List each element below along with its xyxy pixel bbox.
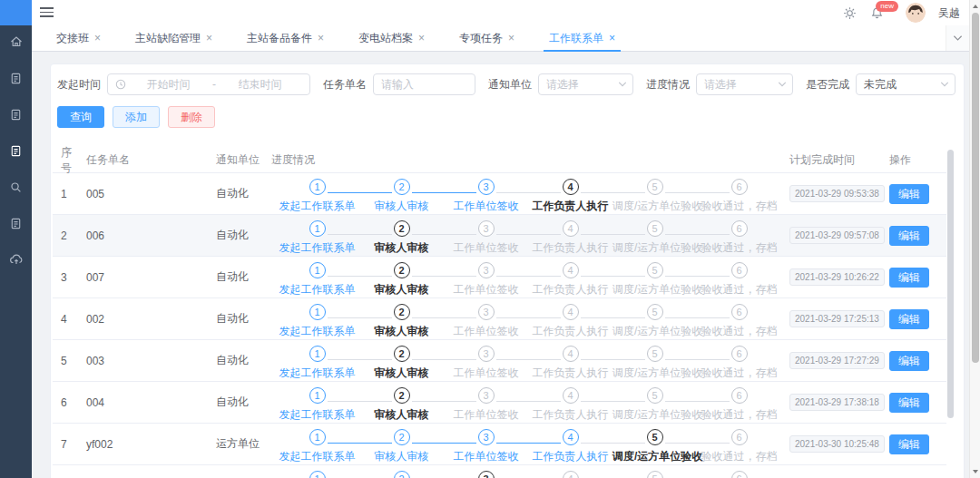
add-button[interactable]: 添加: [113, 106, 160, 128]
tab-item[interactable]: 专项任务×: [454, 25, 520, 51]
sidebar-item-cloud-upload[interactable]: [0, 243, 32, 279]
cell-planned-time: 2021-03-29 09:57:08: [785, 215, 885, 256]
chevron-down-icon: [618, 81, 627, 88]
step-4: 4工作负责人执行: [528, 471, 612, 478]
step-label: 审核人审核: [359, 449, 444, 464]
step-label: 工作负责人执行: [528, 366, 612, 381]
chevron-down-icon: [778, 81, 787, 88]
step-6: 6验收通过，存档: [697, 220, 781, 256]
page-scrollbar[interactable]: [969, 0, 980, 478]
cell-task-name: 004: [82, 382, 211, 423]
cell-actions: 编辑: [885, 424, 946, 464]
username[interactable]: 吴越: [938, 5, 960, 21]
step-label: 验收通过，存档: [697, 199, 781, 214]
filter-label-progress: 进度情况: [646, 77, 690, 93]
sidebar-item-document[interactable]: [0, 62, 32, 98]
new-badge: new: [876, 1, 898, 12]
table-scrollbar-thumb[interactable]: [947, 150, 954, 418]
cell-task-name: 002: [82, 298, 211, 339]
edit-button[interactable]: 编辑: [889, 434, 929, 454]
step-circle: 1: [309, 262, 326, 278]
scrollbar-down-arrow[interactable]: [973, 470, 978, 473]
completed-select[interactable]: 未完成: [856, 73, 956, 95]
cell-progress: 1发起工作联系单2审核人审核3工作单位签收4工作负责人执行5调度/运方单位验收6…: [271, 215, 785, 256]
avatar[interactable]: [906, 3, 926, 23]
edit-button[interactable]: 编辑: [889, 226, 929, 246]
cell-index: 6: [53, 382, 82, 423]
step-label: 工作负责人执行: [528, 199, 612, 214]
document-icon: [9, 217, 23, 234]
step-3: 3工作单位签收: [444, 179, 528, 214]
step-2: 2审核人审核: [359, 262, 444, 298]
table-body: 1005自动化1发起工作联系单2审核人审核3工作单位签收4工作负责人执行5调度/…: [53, 173, 946, 478]
sidebar-item-document[interactable]: [0, 98, 32, 134]
step-label: 调度/运方单位验收: [612, 240, 697, 256]
settings-gear-icon[interactable]: [842, 5, 857, 20]
date-range-input[interactable]: 开始时间 - 结束时间: [107, 73, 310, 95]
tab-item[interactable]: 变电站档案×: [353, 25, 430, 51]
step-5: 5调度/运方单位验收: [612, 471, 697, 478]
notify-unit-select[interactable]: 请选择: [538, 73, 633, 95]
tab-item[interactable]: 主站缺陷管理×: [130, 25, 218, 51]
step-4: 4工作负责人执行: [528, 304, 612, 339]
step-circle: 3: [478, 471, 495, 478]
sidebar-item-document[interactable]: [0, 207, 32, 243]
edit-button[interactable]: 编辑: [889, 268, 929, 288]
notification-bell-icon[interactable]: new: [869, 5, 884, 20]
completed-value: 未完成: [864, 77, 897, 93]
progress-steps: 1发起工作联系单2审核人审核3工作单位签收4工作负责人执行5调度/运方单位验收6…: [271, 173, 785, 214]
cell-notify-unit: 自动化: [211, 298, 271, 339]
hamburger-menu-icon[interactable]: [40, 7, 54, 18]
step-circle: 4: [563, 471, 579, 478]
task-name-input[interactable]: 请输入: [373, 73, 475, 95]
step-6: 6验收通过，存档: [697, 429, 781, 464]
tab-item[interactable]: 主站备品备件×: [241, 25, 329, 51]
cell-progress: 1发起工作联系单2审核人审核3工作单位签收4工作负责人执行5调度/运方单位验收6…: [271, 382, 785, 423]
step-2: 2审核人审核: [359, 304, 444, 339]
tab-close-icon[interactable]: ×: [418, 32, 425, 44]
table-row: 4002自动化1发起工作联系单2审核人审核3工作单位签收4工作负责人执行5调度/…: [53, 298, 946, 340]
sidebar-item-search[interactable]: [0, 171, 32, 207]
step-6: 6验收通过，存档: [697, 304, 781, 339]
search-button[interactable]: 查询: [57, 106, 104, 128]
edit-button[interactable]: 编辑: [889, 351, 929, 371]
step-4: 4工作负责人执行: [528, 220, 612, 256]
step-2: 2审核人审核: [359, 220, 444, 256]
delete-button[interactable]: 删除: [168, 106, 215, 128]
step-label: 验收通过，存档: [697, 366, 781, 381]
step-label: 工作单位签收: [444, 240, 528, 256]
step-4: 4工作负责人执行: [528, 262, 612, 298]
content-card: 发起时间 开始时间 - 结束时间 任务单名 请输入 通知单位 请选择 进度情况: [50, 63, 965, 478]
step-circle: 1: [309, 429, 326, 445]
tab-close-icon[interactable]: ×: [609, 32, 615, 44]
step-label: 工作负责人执行: [528, 282, 612, 298]
tab-close-icon[interactable]: ×: [508, 32, 514, 44]
step-circle: 2: [394, 179, 410, 195]
tab-label: 工作联系单: [549, 31, 603, 46]
column-header: 计划完成时间: [785, 152, 885, 168]
document-icon: [9, 144, 23, 161]
sidebar: [0, 25, 32, 478]
tab-item[interactable]: 交接班×: [51, 25, 106, 51]
step-label: 发起工作联系单: [275, 324, 359, 339]
cell-planned-time: 2021-03-30 10:25:48: [785, 424, 885, 464]
sidebar-item-document[interactable]: [0, 134, 32, 171]
scrollbar-thumb[interactable]: [972, 13, 979, 363]
range-separator: -: [211, 78, 218, 91]
scrollbar-up-arrow[interactable]: [973, 5, 978, 8]
edit-button[interactable]: 编辑: [889, 309, 929, 329]
progress-select[interactable]: 请选择: [696, 73, 793, 95]
sidebar-item-home[interactable]: [0, 25, 32, 62]
step-label: 工作单位签收: [444, 449, 528, 464]
tab-item[interactable]: 工作联系单×: [544, 25, 621, 51]
step-circle: 4: [563, 304, 579, 320]
cell-index: 5: [53, 340, 82, 381]
step-circle: 5: [647, 179, 663, 195]
edit-button[interactable]: 编辑: [889, 393, 929, 413]
tab-close-icon[interactable]: ×: [318, 32, 324, 44]
tab-overflow-chevron-icon[interactable]: [946, 25, 969, 51]
tab-close-icon[interactable]: ×: [206, 32, 212, 44]
step-label: 工作负责人执行: [528, 324, 612, 339]
tab-close-icon[interactable]: ×: [94, 32, 101, 44]
edit-button[interactable]: 编辑: [889, 184, 929, 204]
